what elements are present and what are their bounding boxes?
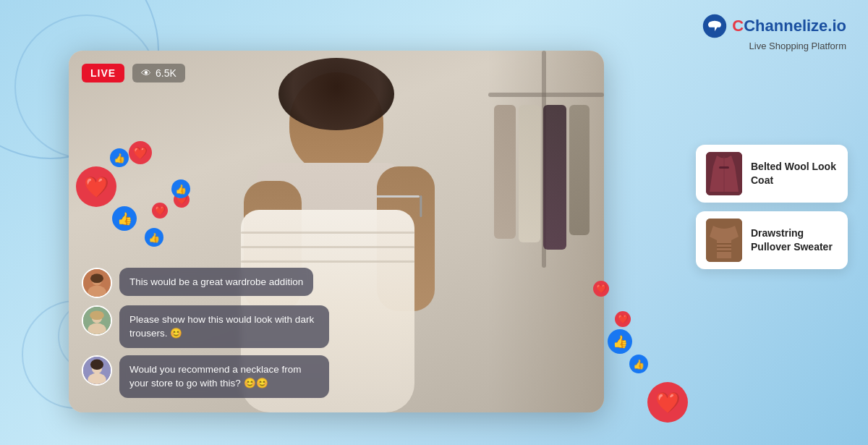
products-area: Belted Wool Look Coat Drawstring Pullove… <box>696 145 848 269</box>
svg-point-11 <box>90 359 103 369</box>
message-text-3: Would you recommend a necklace from your… <box>129 364 302 389</box>
message-text-1: This would be a great wardrobe addition <box>129 276 303 287</box>
svg-point-4 <box>88 285 106 297</box>
reaction-heart-med-1: ❤️ <box>129 141 152 164</box>
reaction-thumb-sm-2: 👍 <box>171 179 190 198</box>
product-card-2[interactable]: Drawstring Pullover Sweater <box>696 211 848 269</box>
view-count-badge: 👁 6.5K <box>132 64 185 82</box>
chat-area: This would be a great wardrobe addition <box>82 268 335 398</box>
product-name-2: Drawstring Pullover Sweater <box>751 226 838 254</box>
message-bubble-2: Please show how this would look with dar… <box>119 305 329 348</box>
message-bubble-1: This would be a great wardrobe addition <box>119 268 313 297</box>
logo-subtitle: Live Shopping Platform <box>749 41 846 51</box>
svg-rect-14 <box>719 166 729 169</box>
reaction-heart-sm-r2: ❤️ <box>615 311 631 327</box>
product-name-1: Belted Wool Look Coat <box>751 160 838 187</box>
view-count-value: 6.5K <box>156 67 176 79</box>
reaction-thumb-sm-3: 👍 <box>110 148 129 167</box>
chat-message-3: Would you recommend a necklace from your… <box>82 355 335 398</box>
eye-icon: 👁 <box>141 67 151 79</box>
avatar-3-label <box>83 357 111 384</box>
svg-point-12 <box>88 373 106 385</box>
reaction-thumb-med-r1: 👍 <box>608 329 632 354</box>
product-card-1[interactable]: Belted Wool Look Coat <box>696 145 848 203</box>
reaction-thumb-med-1: 👍 <box>112 206 137 231</box>
logo: CChannelize.io <box>702 13 846 39</box>
logo-text: CChannelize.io <box>732 17 846 35</box>
avatar-1 <box>82 268 112 298</box>
svg-point-7 <box>90 310 104 320</box>
reaction-thumb-sm-1: 👍 <box>145 228 163 247</box>
chat-message-1: This would be a great wardrobe addition <box>82 268 335 298</box>
reaction-thumb-sm-r1: 👍 <box>629 355 648 373</box>
message-text-2: Please show how this would look with dar… <box>129 314 314 339</box>
chat-message-2: Please show how this would look with dar… <box>82 305 335 348</box>
reaction-heart-large-left: ❤️ <box>76 166 116 207</box>
avatar-2-label <box>83 307 111 334</box>
reaction-heart-sm-r1: ❤️ <box>593 281 609 297</box>
product-image-coat <box>706 152 742 195</box>
svg-point-3 <box>90 274 103 283</box>
avatar-1-label <box>83 269 111 297</box>
reaction-heart-large-right: ❤️ <box>647 382 688 423</box>
avatar-2 <box>82 305 112 336</box>
message-bubble-3: Would you recommend a necklace from your… <box>119 355 329 398</box>
logo-icon <box>702 13 728 39</box>
reaction-heart-sm-1: ❤️ <box>152 203 168 219</box>
logo-area: CChannelize.io Live Shopping Platform <box>702 13 846 51</box>
live-badge: LIVE <box>82 64 124 82</box>
svg-point-8 <box>88 323 106 335</box>
product-image-sweater <box>706 219 742 262</box>
avatar-3 <box>82 355 112 386</box>
